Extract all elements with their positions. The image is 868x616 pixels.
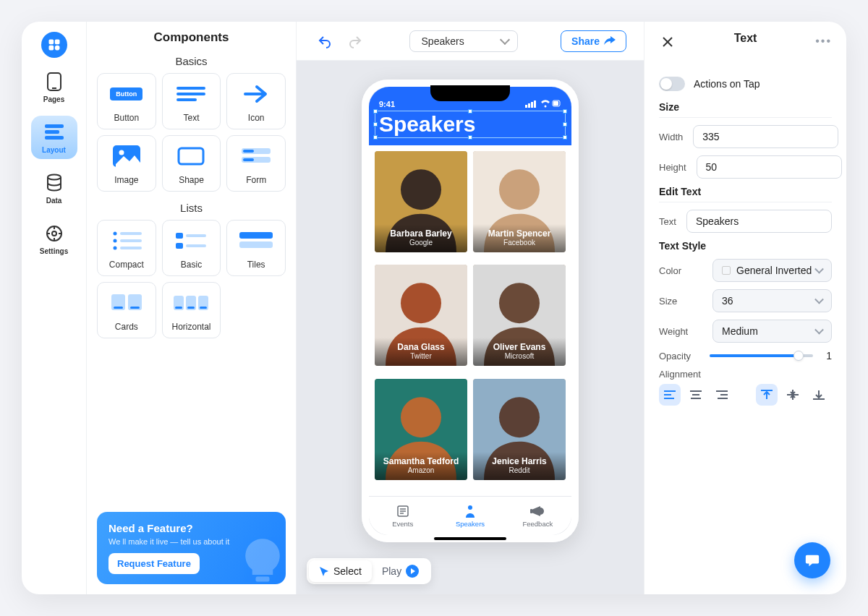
component-list-cards[interactable]: Cards bbox=[97, 282, 156, 338]
svg-rect-52 bbox=[531, 102, 533, 108]
canvas-stage[interactable]: 9:41 bbox=[297, 61, 644, 594]
align-middle-button[interactable] bbox=[782, 384, 804, 406]
tab-label: Events bbox=[392, 520, 413, 528]
svg-point-31 bbox=[113, 247, 116, 250]
phone-notch bbox=[430, 85, 510, 101]
width-field[interactable] bbox=[693, 125, 838, 148]
component-label: Text bbox=[183, 113, 199, 123]
lists-grid: Compact Basic Tiles Cards Horizontal bbox=[97, 220, 286, 338]
speaker-tile[interactable]: Martin Spencer Facebook bbox=[473, 151, 566, 252]
status-indicators-icon bbox=[525, 100, 561, 109]
rail-layout[interactable]: Layout bbox=[31, 116, 77, 159]
request-feature-button[interactable]: Request Feature bbox=[109, 553, 200, 574]
align-left-icon bbox=[664, 390, 676, 400]
svg-rect-37 bbox=[239, 232, 273, 239]
component-text[interactable]: Text bbox=[162, 73, 221, 129]
align-bottom-button[interactable] bbox=[808, 384, 830, 406]
logo-icon bbox=[47, 38, 61, 52]
phone-home-indicator bbox=[434, 537, 506, 540]
align-top-button[interactable] bbox=[756, 384, 778, 406]
svg-rect-30 bbox=[120, 239, 142, 242]
component-label: Tiles bbox=[247, 260, 265, 270]
alignment-label: Alignment bbox=[659, 369, 832, 380]
component-list-tiles[interactable]: Tiles bbox=[226, 220, 286, 276]
fontsize-label: Size bbox=[659, 296, 702, 307]
component-image[interactable]: Image bbox=[97, 135, 156, 192]
weight-select[interactable]: Medium bbox=[712, 320, 832, 343]
section-heading: Text Style bbox=[659, 240, 832, 252]
arrow-right-icon bbox=[236, 80, 276, 108]
svg-rect-38 bbox=[239, 241, 273, 248]
list-tiles-icon bbox=[236, 226, 276, 255]
more-button[interactable]: ••• bbox=[815, 35, 832, 48]
align-left-button[interactable] bbox=[659, 384, 681, 406]
svg-rect-40 bbox=[114, 307, 123, 309]
play-mode-button[interactable]: Play bbox=[372, 560, 429, 582]
component-list-compact[interactable]: Compact bbox=[97, 220, 156, 276]
component-list-basic[interactable]: Basic bbox=[162, 220, 221, 276]
svg-rect-28 bbox=[120, 232, 142, 235]
svg-point-64 bbox=[499, 283, 540, 324]
opacity-slider[interactable] bbox=[710, 354, 813, 357]
speaker-tile[interactable]: Samantha Tedford Amazon bbox=[375, 379, 467, 480]
svg-point-11 bbox=[52, 231, 56, 236]
color-value: General Inverted bbox=[736, 265, 812, 276]
svg-rect-0 bbox=[48, 40, 54, 45]
svg-point-62 bbox=[401, 283, 441, 324]
actions-on-tap-toggle[interactable] bbox=[659, 77, 685, 91]
color-label: Color bbox=[659, 265, 702, 276]
rail-data[interactable]: Data bbox=[31, 166, 77, 210]
speaker-tile[interactable]: Barbara Barley Google bbox=[375, 151, 467, 252]
color-select[interactable]: General Inverted bbox=[712, 259, 832, 282]
svg-rect-36 bbox=[186, 244, 206, 247]
app-logo[interactable] bbox=[41, 32, 67, 58]
rail-pages[interactable]: Pages bbox=[31, 65, 77, 108]
svg-rect-32 bbox=[120, 247, 142, 249]
chat-fab[interactable] bbox=[794, 542, 830, 578]
undo-button[interactable] bbox=[314, 30, 336, 52]
width-label: Width bbox=[659, 132, 683, 142]
feature-title: Need a Feature? bbox=[109, 522, 274, 534]
share-button[interactable]: Share bbox=[561, 30, 626, 52]
svg-rect-3 bbox=[54, 46, 59, 51]
component-form[interactable]: Form bbox=[226, 135, 286, 192]
close-icon bbox=[662, 36, 673, 48]
svg-rect-1 bbox=[54, 40, 59, 45]
button-icon: Button bbox=[106, 80, 147, 108]
mode-label: Play bbox=[382, 565, 401, 577]
phone-icon bbox=[43, 71, 65, 93]
component-icon[interactable]: Icon bbox=[226, 73, 286, 129]
section-basics-label: Basics bbox=[97, 55, 286, 67]
rail-settings[interactable]: Settings bbox=[31, 217, 77, 260]
svg-rect-49 bbox=[256, 576, 270, 581]
page-select[interactable]: Speakers bbox=[409, 30, 518, 52]
speaker-caption: Martin Spencer Facebook bbox=[473, 224, 566, 252]
align-right-button[interactable] bbox=[711, 384, 733, 406]
text-field[interactable] bbox=[686, 210, 832, 233]
svg-point-66 bbox=[401, 397, 441, 437]
speaker-tile[interactable]: Jenice Harris Reddit bbox=[473, 379, 566, 480]
tab-speakers[interactable]: Speakers bbox=[436, 497, 503, 535]
speaker-tile[interactable]: Oliver Evans Microsoft bbox=[473, 265, 566, 366]
title-selection[interactable]: Speakers bbox=[379, 112, 561, 137]
rail-label: Pages bbox=[43, 95, 64, 103]
height-field[interactable] bbox=[697, 155, 842, 179]
speaker-name: Samantha Tedford bbox=[378, 456, 464, 466]
component-button[interactable]: Button Button bbox=[97, 73, 156, 129]
component-shape[interactable]: Shape bbox=[162, 135, 221, 192]
fontsize-select[interactable]: 36 bbox=[712, 289, 832, 312]
component-label: Compact bbox=[109, 260, 144, 270]
close-button[interactable] bbox=[659, 33, 676, 51]
text-label: Text bbox=[659, 216, 676, 227]
select-mode-button[interactable]: Select bbox=[309, 560, 372, 582]
speaker-tile[interactable]: Dana Glass Twitter bbox=[375, 265, 467, 366]
component-list-horizontal[interactable]: Horizontal bbox=[162, 282, 221, 338]
svg-point-9 bbox=[48, 174, 61, 179]
tab-events[interactable]: Events bbox=[369, 497, 436, 535]
align-center-button[interactable] bbox=[685, 384, 707, 406]
tab-feedback[interactable]: Feedback bbox=[504, 497, 571, 535]
speaker-caption: Samantha Tedford Amazon bbox=[375, 452, 467, 480]
redo-button[interactable] bbox=[344, 30, 366, 52]
basics-grid: Button Button Text Icon Image Shape F bbox=[97, 73, 286, 192]
size-section: Size Width Height bbox=[659, 101, 832, 179]
